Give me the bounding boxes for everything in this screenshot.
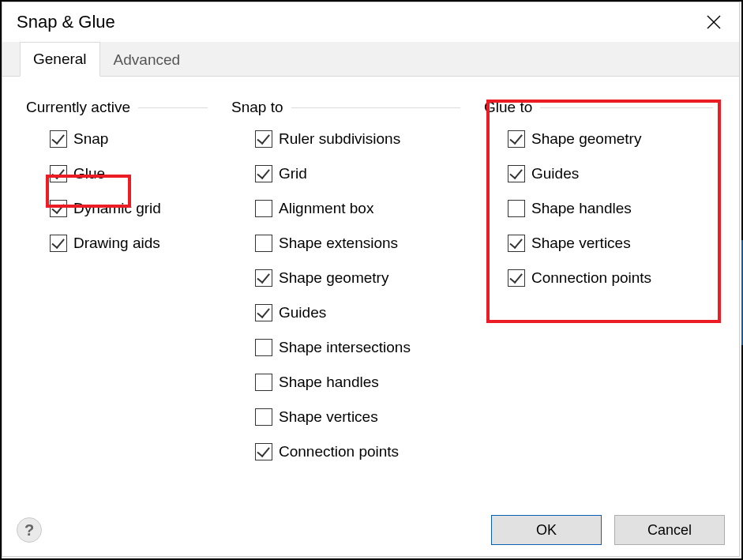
check-label: Shape handles xyxy=(279,374,379,391)
check-connection-points[interactable]: Connection points xyxy=(508,268,713,288)
checkbox[interactable] xyxy=(50,200,67,217)
group-title: Snap to xyxy=(231,99,291,116)
check-glue[interactable]: Glue xyxy=(50,163,208,184)
check-alignment-box[interactable]: Alignment box xyxy=(255,198,460,219)
check-grid[interactable]: Grid xyxy=(255,163,460,184)
dialog-title: Snap & Glue xyxy=(17,12,115,32)
check-label: Connection points xyxy=(531,269,651,287)
checkbox[interactable] xyxy=(255,443,272,460)
checkbox[interactable] xyxy=(255,408,272,426)
check-label: Shape intersections xyxy=(279,339,411,356)
checklist-currently-active: Snap Glue Dynamic grid Drawing aids xyxy=(26,129,208,254)
checkbox[interactable] xyxy=(50,235,67,252)
close-icon xyxy=(706,14,722,30)
check-label: Connection points xyxy=(279,443,399,460)
check-label: Dynamic grid xyxy=(73,200,161,217)
group-header: Currently active xyxy=(26,99,208,116)
check-shape-intersections[interactable]: Shape intersections xyxy=(255,337,460,358)
cancel-button[interactable]: Cancel xyxy=(614,515,725,545)
check-label: Shape vertices xyxy=(279,408,378,426)
group-divider xyxy=(138,107,208,108)
check-label: Shape geometry xyxy=(279,269,388,287)
checkbox[interactable] xyxy=(508,130,525,148)
group-title: Glue to xyxy=(484,99,540,116)
group-snap-to: Snap to Ruler subdivisions Grid Alignmen… xyxy=(231,99,460,462)
checkbox[interactable] xyxy=(508,200,525,217)
close-button[interactable] xyxy=(698,6,730,38)
checkbox[interactable] xyxy=(50,165,67,182)
check-label: Guides xyxy=(531,165,579,182)
checkbox[interactable] xyxy=(508,269,525,287)
checklist-glue-to: Shape geometry Guides Shape handles Shap… xyxy=(484,129,713,288)
check-drawing-aids[interactable]: Drawing aids xyxy=(50,233,208,254)
checkbox[interactable] xyxy=(255,339,272,356)
check-shape-handles[interactable]: Shape handles xyxy=(255,372,460,393)
check-snap[interactable]: Snap xyxy=(50,129,208,149)
help-button[interactable]: ? xyxy=(17,517,42,543)
group-header: Snap to xyxy=(231,99,460,116)
checkbox[interactable] xyxy=(255,269,272,287)
group-divider xyxy=(291,107,461,108)
checkbox[interactable] xyxy=(508,235,525,252)
check-guides[interactable]: Guides xyxy=(255,303,460,323)
checklist-snap-to: Ruler subdivisions Grid Alignment box Sh… xyxy=(231,129,460,462)
checkbox[interactable] xyxy=(508,165,525,182)
ok-button[interactable]: OK xyxy=(491,515,602,545)
check-label: Grid xyxy=(279,165,307,182)
check-label: Shape handles xyxy=(531,200,632,217)
check-label: Guides xyxy=(279,304,326,321)
check-label: Ruler subdivisions xyxy=(279,130,400,148)
check-ruler-subdivisions[interactable]: Ruler subdivisions xyxy=(255,129,460,149)
check-guides[interactable]: Guides xyxy=(508,163,713,184)
dialog-content: Currently active Snap Glue Dynamic grid xyxy=(2,77,739,462)
group-header: Glue to xyxy=(484,99,713,116)
check-label: Shape extensions xyxy=(279,235,398,252)
checkbox[interactable] xyxy=(255,235,272,252)
check-label: Drawing aids xyxy=(73,235,160,252)
tab-general[interactable]: General xyxy=(20,42,100,77)
group-divider xyxy=(540,107,713,108)
check-label: Shape vertices xyxy=(531,235,631,252)
window-frame: Snap & Glue General Advanced Currently a… xyxy=(0,0,743,560)
group-glue-to: Glue to Shape geometry Guides Shape hand… xyxy=(484,99,713,462)
check-shape-geometry[interactable]: Shape geometry xyxy=(508,129,713,149)
group-currently-active: Currently active Snap Glue Dynamic grid xyxy=(26,99,208,462)
tabbar: General Advanced xyxy=(2,42,739,77)
check-label: Alignment box xyxy=(279,200,373,217)
tab-advanced[interactable]: Advanced xyxy=(100,43,194,77)
checkbox[interactable] xyxy=(255,165,272,182)
check-connection-points[interactable]: Connection points xyxy=(255,442,460,462)
check-label: Glue xyxy=(73,165,105,182)
checkbox[interactable] xyxy=(255,374,272,391)
help-icon: ? xyxy=(24,521,34,539)
check-shape-geometry[interactable]: Shape geometry xyxy=(255,268,460,288)
check-dynamic-grid[interactable]: Dynamic grid xyxy=(50,198,208,219)
snap-glue-dialog: Snap & Glue General Advanced Currently a… xyxy=(2,2,740,557)
check-label: Snap xyxy=(73,130,108,148)
check-shape-extensions[interactable]: Shape extensions xyxy=(255,233,460,254)
check-shape-vertices[interactable]: Shape vertices xyxy=(508,233,713,254)
check-label: Shape geometry xyxy=(531,130,641,148)
checkbox[interactable] xyxy=(255,304,272,321)
group-title: Currently active xyxy=(26,99,138,116)
checkbox[interactable] xyxy=(255,200,272,217)
checkbox[interactable] xyxy=(255,130,272,148)
checkbox[interactable] xyxy=(50,130,67,148)
titlebar: Snap & Glue xyxy=(2,2,739,42)
check-shape-handles[interactable]: Shape handles xyxy=(508,198,713,219)
check-shape-vertices[interactable]: Shape vertices xyxy=(255,407,460,427)
button-row: ? OK Cancel xyxy=(17,515,725,545)
